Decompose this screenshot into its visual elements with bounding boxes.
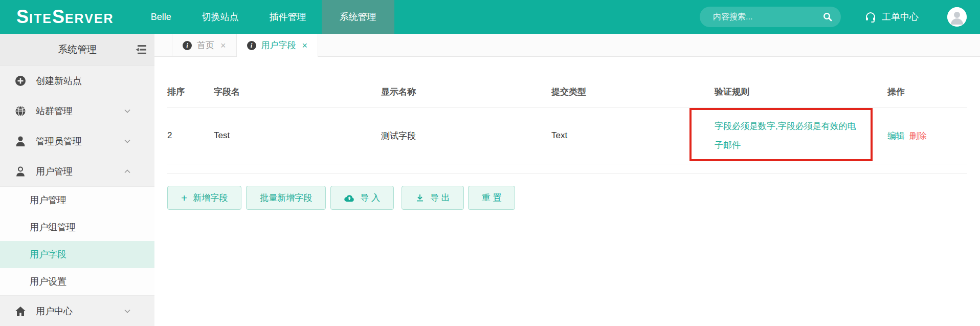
reset-button[interactable]: 重 置 bbox=[468, 186, 516, 210]
logo-letters: ERVER bbox=[65, 11, 114, 26]
toolbar: + 新增字段 批量新增字段 导 入 导 出 bbox=[167, 186, 967, 210]
table-spacer-row bbox=[167, 164, 967, 174]
chevron-down-icon bbox=[124, 107, 131, 115]
tab-label: 用户字段 bbox=[261, 39, 296, 51]
export-button[interactable]: 导 出 bbox=[402, 186, 464, 210]
table-header-row: 排序 字段名 显示名称 提交类型 验证规则 操作 bbox=[167, 77, 967, 107]
sidebar-subitem-user-management[interactable]: 用户管理 bbox=[0, 187, 154, 214]
column-header-order: 排序 bbox=[167, 86, 214, 98]
tab-strip: i 首页 × i 用户字段 × bbox=[154, 34, 980, 57]
tab-home[interactable]: i 首页 × bbox=[172, 34, 237, 57]
user-icon bbox=[14, 166, 27, 177]
sidebar-item-label: 站群管理 bbox=[36, 105, 73, 117]
search-input[interactable] bbox=[713, 12, 822, 21]
add-field-button[interactable]: + 新增字段 bbox=[167, 186, 241, 210]
cell-actions: 编辑 删除 bbox=[887, 130, 967, 142]
tab-label: 首页 bbox=[197, 39, 214, 51]
sidebar-title: 系统管理 bbox=[0, 34, 154, 66]
info-icon: i bbox=[183, 41, 192, 50]
button-label: 导 出 bbox=[430, 192, 450, 204]
chevron-down-icon bbox=[124, 308, 131, 315]
nav-item-system-management[interactable]: 系统管理 bbox=[322, 0, 394, 34]
info-icon: i bbox=[247, 41, 256, 50]
nav-item-switch-site[interactable]: 切换站点 bbox=[187, 0, 254, 34]
sidebar-subitem-user-settings[interactable]: 用户设置 bbox=[0, 268, 154, 295]
column-header-validation-rules: 验证规则 bbox=[715, 86, 887, 98]
sidebar-subitem-user-group[interactable]: 用户组管理 bbox=[0, 214, 154, 241]
chevron-down-icon bbox=[124, 138, 131, 145]
collapse-sidebar-icon[interactable] bbox=[134, 44, 147, 56]
sidebar-item-user-management[interactable]: 用户管理 bbox=[0, 156, 154, 186]
cell-display-name: 测试字段 bbox=[381, 130, 551, 142]
admin-user-icon bbox=[14, 136, 27, 147]
top-nav: Belle 切换站点 插件管理 系统管理 bbox=[136, 0, 394, 34]
batch-add-fields-button[interactable]: 批量新增字段 bbox=[246, 186, 326, 210]
logo-letter: S bbox=[52, 6, 65, 27]
button-label: 新增字段 bbox=[193, 192, 228, 204]
import-button[interactable]: 导 入 bbox=[330, 186, 394, 210]
cell-field-name: Test bbox=[214, 131, 381, 141]
sidebar-item-create-site[interactable]: 创建新站点 bbox=[0, 66, 154, 96]
content-search-box[interactable] bbox=[700, 7, 841, 27]
cell-order: 2 bbox=[167, 131, 214, 141]
sidebar-item-admin-management[interactable]: 管理员管理 bbox=[0, 126, 154, 156]
button-label: 批量新增字段 bbox=[260, 192, 312, 204]
sidebar-item-site-group[interactable]: 站群管理 bbox=[0, 96, 154, 126]
edit-link[interactable]: 编辑 bbox=[887, 130, 905, 142]
user-avatar-icon bbox=[947, 7, 967, 27]
cloud-upload-icon bbox=[344, 194, 354, 202]
nav-item-belle[interactable]: Belle bbox=[136, 0, 187, 34]
nav-item-plugin-management[interactable]: 插件管理 bbox=[254, 0, 322, 34]
top-header: SITESERVER Belle 切换站点 插件管理 系统管理 bbox=[0, 0, 980, 34]
close-icon[interactable]: × bbox=[220, 41, 226, 50]
sidebar-item-label: 创建新站点 bbox=[36, 75, 82, 87]
delete-link[interactable]: 删除 bbox=[909, 130, 927, 142]
sidebar-item-label: 用户中心 bbox=[36, 305, 73, 317]
close-icon[interactable]: × bbox=[302, 41, 308, 50]
cell-validation-rules: 字段必须是数字,字段必须是有效的电子邮件 bbox=[715, 117, 859, 155]
sidebar-subitem-user-fields[interactable]: 用户字段 bbox=[0, 241, 154, 268]
sidebar-header: 系统管理 bbox=[0, 34, 154, 66]
cell-submit-type: Text bbox=[551, 131, 715, 141]
globe-icon bbox=[14, 105, 27, 117]
logo-letters: ITE bbox=[29, 11, 52, 26]
header-right: 工单中心 bbox=[700, 7, 967, 27]
home-icon bbox=[14, 306, 27, 317]
sidebar-item-user-center[interactable]: 用户中心 bbox=[0, 296, 154, 326]
table-row: 2 Test 测试字段 Text 字段必须是数字,字段必须是有效的电子邮件 编辑… bbox=[167, 107, 967, 164]
download-icon bbox=[415, 193, 425, 203]
column-header-display-name: 显示名称 bbox=[381, 86, 551, 98]
button-label: 重 置 bbox=[482, 192, 502, 204]
chevron-up-icon bbox=[124, 168, 131, 175]
tab-user-fields[interactable]: i 用户字段 × bbox=[237, 34, 319, 57]
plus-circle-icon bbox=[14, 75, 27, 86]
sidebar-item-label: 用户管理 bbox=[36, 165, 73, 178]
main-content: 排序 字段名 显示名称 提交类型 验证规则 操作 2 Test 测试字段 Tex… bbox=[154, 57, 980, 326]
button-label: 导 入 bbox=[360, 192, 380, 204]
logo-letter: S bbox=[16, 6, 29, 27]
ticket-center[interactable]: 工单中心 bbox=[864, 11, 919, 23]
column-header-actions: 操作 bbox=[887, 86, 967, 98]
siteserver-logo: SITESERVER bbox=[16, 6, 114, 28]
sidebar: 系统管理 创建新站点 bbox=[0, 34, 154, 326]
sidebar-item-label: 管理员管理 bbox=[36, 135, 82, 147]
plus-icon: + bbox=[181, 192, 187, 203]
avatar[interactable] bbox=[947, 7, 967, 27]
headset-icon bbox=[864, 11, 877, 23]
user-management-submenu: 用户管理 用户组管理 用户字段 用户设置 bbox=[0, 186, 154, 296]
ticket-center-label: 工单中心 bbox=[882, 11, 919, 23]
search-icon[interactable] bbox=[822, 12, 833, 22]
column-header-submit-type: 提交类型 bbox=[551, 86, 715, 98]
column-header-field-name: 字段名 bbox=[214, 86, 381, 98]
